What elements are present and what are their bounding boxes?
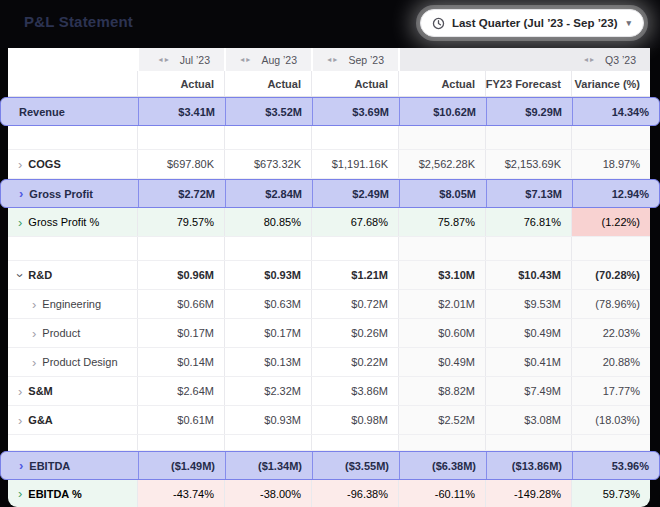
value-cell[interactable]: 12.94% <box>572 180 659 207</box>
value-cell[interactable]: $3.41M <box>138 98 225 125</box>
chevron-right-icon[interactable]: › <box>32 298 36 311</box>
row-label-cell[interactable]: ›Engineering <box>8 290 137 318</box>
value-cell[interactable]: $2.72M <box>138 180 225 207</box>
value-cell[interactable]: $7.13M <box>486 180 572 207</box>
value-cell[interactable]: -38.00% <box>224 480 311 507</box>
value-cell[interactable]: ($1.49M) <box>138 452 225 479</box>
row-label-cell[interactable]: ›S&M <box>8 377 137 405</box>
value-cell[interactable]: 14.34% <box>572 98 659 125</box>
value-cell[interactable]: ($6.38M) <box>399 452 486 479</box>
value-cell[interactable]: -96.38% <box>311 480 398 507</box>
table-row-product-design[interactable]: ›Product Design$0.14M$0.13M$0.22M$0.49M$… <box>8 348 650 377</box>
table-row-ebitda[interactable]: ›EBITDA($1.49M)($1.34M)($3.55M)($6.38M)(… <box>0 451 660 480</box>
value-cell[interactable]: $2.84M <box>225 180 312 207</box>
value-cell[interactable]: -149.28% <box>485 480 571 507</box>
column-nav-arrows-icon[interactable]: ◂▸ <box>159 55 171 64</box>
value-cell[interactable]: $0.63M <box>224 290 311 318</box>
value-cell[interactable]: $9.53M <box>485 290 571 318</box>
value-cell[interactable]: 75.87% <box>398 208 485 236</box>
row-label-cell[interactable]: ›COGS <box>8 150 137 178</box>
value-cell[interactable]: 67.68% <box>311 208 398 236</box>
table-row-ebitda[interactable]: ›EBITDA %-43.74%-38.00%-96.38%-60.11%-14… <box>8 480 650 507</box>
table-row-revenue[interactable]: Revenue$3.41M$3.52M$3.69M$10.62M$9.29M14… <box>0 97 660 126</box>
value-cell[interactable]: $2.32M <box>224 377 311 405</box>
value-cell[interactable]: $697.80K <box>137 150 224 178</box>
value-cell[interactable]: $0.60M <box>398 319 485 347</box>
value-cell[interactable]: (70.28%) <box>571 261 650 289</box>
table-row-g-a[interactable]: ›G&A$0.61M$0.93M$0.98M$2.52M$3.08M(18.03… <box>8 406 650 435</box>
value-cell[interactable]: $3.69M <box>312 98 399 125</box>
column-header-q3[interactable]: ◂▸ Q3 ’23 <box>398 48 650 71</box>
row-label-cell[interactable]: ›Gross Profit <box>1 180 138 207</box>
chevron-right-icon[interactable]: › <box>18 158 22 171</box>
row-label-cell[interactable]: ›EBITDA % <box>8 480 137 507</box>
table-row-product[interactable]: ›Product$0.17M$0.17M$0.26M$0.60M$0.49M22… <box>8 319 650 348</box>
column-nav-arrows-icon[interactable]: ◂▸ <box>327 55 339 64</box>
value-cell[interactable]: $673.32K <box>224 150 311 178</box>
column-nav-arrows-icon[interactable]: ◂▸ <box>240 55 252 64</box>
value-cell[interactable]: 20.88% <box>571 348 650 376</box>
value-cell[interactable]: $0.72M <box>311 290 398 318</box>
value-cell[interactable]: $7.49M <box>485 377 571 405</box>
value-cell[interactable]: ($1.34M) <box>225 452 312 479</box>
value-cell[interactable]: $2.64M <box>137 377 224 405</box>
table-row-cogs[interactable]: ›COGS$697.80K$673.32K$1,191.16K$2,562.28… <box>8 150 650 179</box>
value-cell[interactable]: $8.05M <box>399 180 486 207</box>
value-cell[interactable]: $10.43M <box>485 261 571 289</box>
value-cell[interactable]: $0.96M <box>137 261 224 289</box>
value-cell[interactable]: 80.85% <box>224 208 311 236</box>
value-cell[interactable]: $3.52M <box>225 98 312 125</box>
value-cell[interactable]: ($13.86M) <box>486 452 572 479</box>
chevron-down-icon[interactable]: › <box>14 273 27 277</box>
value-cell[interactable]: $0.66M <box>137 290 224 318</box>
chevron-right-icon[interactable]: › <box>18 216 22 229</box>
value-cell[interactable]: $10.62M <box>399 98 486 125</box>
value-cell[interactable]: $0.13M <box>224 348 311 376</box>
table-row-gross-profit[interactable]: ›Gross Profit %79.57%80.85%67.68%75.87%7… <box>8 208 650 237</box>
value-cell[interactable]: $3.08M <box>485 406 571 434</box>
table-row-s-m[interactable]: ›S&M$2.64M$2.32M$3.86M$8.82M$7.49M17.77% <box>8 377 650 406</box>
value-cell[interactable]: (78.96%) <box>571 290 650 318</box>
column-nav-arrows-icon[interactable]: ◂▸ <box>584 55 596 64</box>
value-cell[interactable]: $0.41M <box>485 348 571 376</box>
value-cell[interactable]: $3.10M <box>398 261 485 289</box>
value-cell[interactable]: $3.86M <box>311 377 398 405</box>
value-cell[interactable]: $0.49M <box>485 319 571 347</box>
value-cell[interactable]: $0.22M <box>311 348 398 376</box>
row-label-cell[interactable]: ›EBITDA <box>1 452 138 479</box>
row-label-cell[interactable]: Revenue <box>1 98 138 125</box>
column-header-aug[interactable]: ◂▸ Aug ’23 <box>224 48 311 71</box>
value-cell[interactable]: $0.26M <box>311 319 398 347</box>
table-row-engineering[interactable]: ›Engineering$0.66M$0.63M$0.72M$2.01M$9.5… <box>8 290 650 319</box>
value-cell[interactable]: 53.96% <box>572 452 659 479</box>
value-cell[interactable]: 59.73% <box>571 480 650 507</box>
chevron-right-icon[interactable]: › <box>18 414 22 427</box>
value-cell[interactable]: $0.49M <box>398 348 485 376</box>
value-cell[interactable]: (18.03%) <box>571 406 650 434</box>
value-cell[interactable]: $0.14M <box>137 348 224 376</box>
value-cell[interactable]: $0.61M <box>137 406 224 434</box>
row-label-cell[interactable]: ›Product <box>8 319 137 347</box>
value-cell[interactable]: $0.98M <box>311 406 398 434</box>
value-cell[interactable]: $2,562.28K <box>398 150 485 178</box>
value-cell[interactable]: 79.57% <box>137 208 224 236</box>
value-cell[interactable]: $2.01M <box>398 290 485 318</box>
value-cell[interactable]: -43.74% <box>137 480 224 507</box>
chevron-right-icon[interactable]: › <box>18 487 22 500</box>
value-cell[interactable]: $0.93M <box>224 406 311 434</box>
table-row-gross-profit[interactable]: ›Gross Profit$2.72M$2.84M$2.49M$8.05M$7.… <box>0 179 660 208</box>
value-cell[interactable]: $8.82M <box>398 377 485 405</box>
row-label-cell[interactable]: ›G&A <box>8 406 137 434</box>
value-cell[interactable]: -60.11% <box>398 480 485 507</box>
value-cell[interactable]: 17.77% <box>571 377 650 405</box>
chevron-right-icon[interactable]: › <box>32 356 36 369</box>
row-label-cell[interactable]: ›Gross Profit % <box>8 208 137 236</box>
value-cell[interactable]: $0.17M <box>224 319 311 347</box>
value-cell[interactable]: $2.49M <box>312 180 399 207</box>
value-cell[interactable]: ($3.55M) <box>312 452 399 479</box>
chevron-right-icon[interactable]: › <box>19 187 23 200</box>
table-row-r-d[interactable]: ›R&D$0.96M$0.93M$1.21M$3.10M$10.43M(70.2… <box>8 261 650 290</box>
column-header-jul[interactable]: ◂▸ Jul ’23 <box>137 48 224 71</box>
chevron-right-icon[interactable]: › <box>19 459 23 472</box>
value-cell[interactable]: 22.03% <box>571 319 650 347</box>
